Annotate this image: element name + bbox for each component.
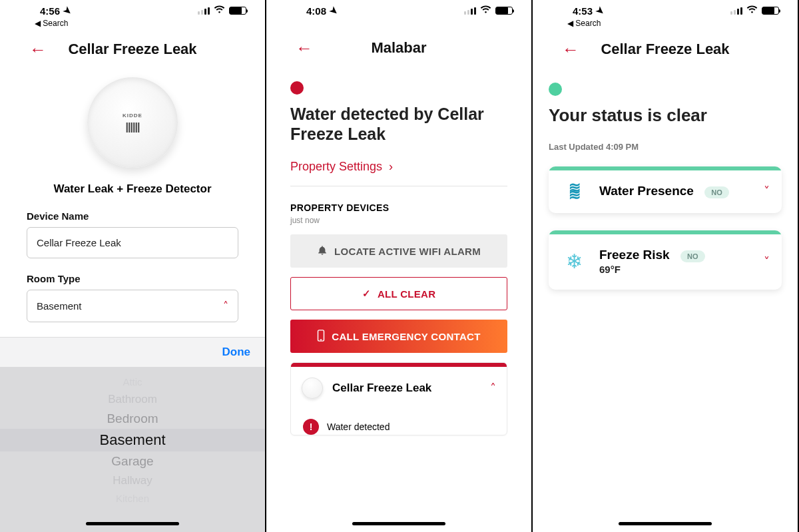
alert-icon: ! — [303, 419, 319, 435]
picker-done-button[interactable]: Done — [222, 346, 251, 359]
panel-property-alert: 4:08 ➤ ← Malabar Water detected by Cella… — [266, 0, 533, 532]
picker-option[interactable]: Attic — [0, 374, 265, 390]
property-devices-heading: PROPERTY DEVICES — [290, 202, 507, 213]
status-bar: 4:53 ➤ — [533, 0, 798, 17]
device-subtitle: Water Leak + Freeze Detector — [0, 182, 265, 196]
picker-option[interactable]: Garage — [0, 451, 265, 471]
page-title: Cellar Freeze Leak — [68, 41, 196, 58]
call-emergency-label: CALL EMERGENCY CONTACT — [332, 331, 480, 342]
page-title: Cellar Freeze Leak — [601, 41, 729, 58]
status-bar: 4:56 ➤ — [0, 0, 265, 17]
last-updated: Last Updated 4:09 PM — [549, 142, 782, 152]
room-type-value: Basement — [37, 300, 82, 312]
panel-status-clear: 4:53 ➤ ◀ Search ← Cellar Freeze Leak You… — [533, 0, 799, 532]
status-time: 4:56 — [40, 5, 60, 17]
all-clear-button[interactable]: ✓ ALL CLEAR — [290, 277, 507, 310]
freeze-risk-card[interactable]: ❄ Freeze Risk NO 69°F ˅ — [549, 230, 782, 290]
battery-icon — [762, 7, 779, 15]
chevron-down-icon[interactable]: ˅ — [764, 254, 770, 269]
location-icon: ➤ — [61, 4, 74, 17]
water-card-title: Water Presence — [599, 184, 694, 198]
battery-icon — [495, 7, 513, 15]
device-name-value: Cellar Freeze Leak — [37, 237, 121, 248]
freeze-card-badge: NO — [680, 250, 705, 262]
wifi-icon — [480, 5, 491, 16]
picker-option-selected[interactable]: Basement — [0, 429, 265, 451]
battery-icon — [229, 7, 246, 15]
wifi-icon — [746, 5, 758, 16]
room-type-label: Room Type — [27, 273, 238, 284]
back-to-search[interactable]: ◀ Search — [0, 19, 265, 28]
location-icon: ➤ — [328, 4, 340, 17]
nav-bar: ← Cellar Freeze Leak — [0, 33, 265, 65]
status-bar: 4:08 ➤ — [266, 0, 531, 17]
back-to-search[interactable]: ◀ Search — [533, 19, 798, 28]
room-type-field[interactable]: Basement ˄ — [27, 290, 238, 322]
device-card-title: Cellar Freeze Leak — [332, 382, 481, 395]
all-clear-label: ALL CLEAR — [378, 288, 435, 300]
back-icon[interactable]: ← — [29, 39, 47, 60]
locate-alarm-label: LOCATE ACTIVE WIFI ALARM — [334, 246, 481, 257]
status-time: 4:08 — [306, 5, 326, 17]
picker-option[interactable]: Bedroom — [0, 409, 265, 429]
picker-option[interactable]: Kitchen — [0, 490, 265, 507]
home-indicator[interactable] — [86, 522, 179, 525]
picker-option[interactable]: Hallway — [0, 471, 265, 490]
device-name-field[interactable]: Cellar Freeze Leak — [27, 227, 238, 258]
chevron-down-icon[interactable]: ˅ — [764, 184, 770, 198]
device-card-status: Water detected — [327, 421, 390, 432]
location-icon: ➤ — [594, 4, 607, 17]
phone-icon — [317, 330, 325, 344]
picker-toolbar: Done — [0, 337, 265, 367]
detector-icon — [302, 378, 323, 399]
freeze-card-temp: 69°F — [599, 264, 752, 275]
bell-icon — [317, 245, 328, 258]
check-icon: ✓ — [362, 288, 371, 300]
locate-alarm-button[interactable]: LOCATE ACTIVE WIFI ALARM — [290, 234, 507, 268]
chevron-up-icon: ˄ — [223, 300, 228, 312]
device-brand: KIDDE — [123, 113, 142, 119]
signal-icon — [730, 7, 742, 15]
device-name-label: Device Name — [27, 210, 238, 222]
home-indicator[interactable] — [619, 522, 712, 525]
nav-bar: ← Cellar Freeze Leak — [533, 33, 798, 65]
nav-bar: ← Malabar — [266, 32, 531, 64]
freeze-icon: ❄ — [561, 250, 587, 273]
device-card[interactable]: Cellar Freeze Leak ˄ ! Water detected — [290, 362, 507, 435]
water-icon: ≋≋ — [561, 184, 587, 198]
picker-option[interactable]: Bathroom — [0, 390, 265, 409]
chevron-right-icon: › — [389, 160, 393, 174]
status-dot-alert-icon — [290, 81, 304, 95]
signal-icon — [464, 7, 476, 15]
back-icon[interactable]: ← — [562, 39, 579, 60]
back-icon[interactable]: ← — [296, 38, 313, 59]
freeze-card-title: Freeze Risk — [599, 248, 670, 262]
property-devices-updated: just now — [290, 216, 507, 225]
detector-icon: KIDDE |||||| — [87, 77, 178, 168]
panel-device-settings: 4:56 ➤ ◀ Search ← Cellar Freeze Leak KID… — [0, 0, 266, 532]
status-time: 4:53 — [573, 5, 593, 17]
room-picker[interactable]: Attic Bathroom Bedroom Basement Garage H… — [0, 367, 265, 532]
property-settings-label: Property Settings — [290, 160, 382, 174]
wifi-icon — [214, 5, 225, 16]
page-title: Malabar — [371, 39, 426, 57]
back-to-search-label: Search — [575, 19, 601, 28]
property-settings-link[interactable]: Property Settings › — [290, 160, 507, 186]
water-card-badge: NO — [704, 186, 729, 198]
water-presence-card[interactable]: ≋≋ Water Presence NO ˅ — [549, 166, 782, 213]
status-dot-ok-icon — [549, 83, 562, 96]
status-headline: Your status is clear — [549, 105, 782, 126]
speaker-grille-icon: |||||| — [126, 121, 140, 133]
home-indicator[interactable] — [352, 522, 445, 525]
back-to-search-label: Search — [43, 19, 68, 28]
signal-icon — [198, 7, 210, 15]
chevron-up-icon[interactable]: ˄ — [490, 381, 496, 396]
alert-headline: Water detected by Cellar Freeze Leak — [290, 104, 507, 144]
device-image: KIDDE |||||| — [0, 77, 265, 168]
call-emergency-button[interactable]: CALL EMERGENCY CONTACT — [290, 320, 507, 353]
